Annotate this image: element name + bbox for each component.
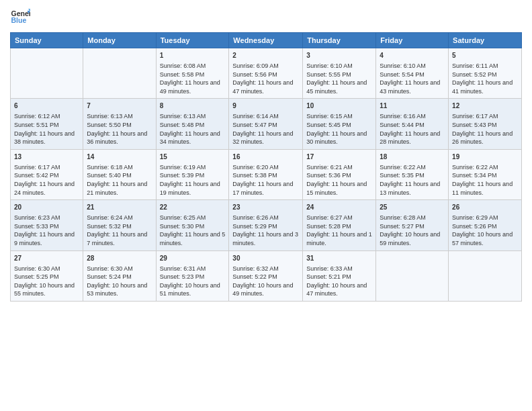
header: General Blue (10, 7, 522, 27)
weekday-header-row: SundayMondayTuesdayWednesdayThursdayFrid… (11, 33, 522, 48)
calendar-cell (376, 250, 449, 301)
day-number: 11 (380, 101, 445, 111)
calendar-cell: 9Sunrise: 6:14 AM Sunset: 5:47 PM Daylig… (229, 99, 303, 149)
day-number: 6 (14, 101, 79, 111)
day-number: 28 (87, 254, 152, 263)
day-info: Sunrise: 6:14 AM Sunset: 5:47 PM Dayligh… (232, 112, 299, 146)
day-number: 31 (306, 254, 372, 263)
day-info: Sunrise: 6:23 AM Sunset: 5:33 PM Dayligh… (14, 214, 79, 247)
day-number: 27 (14, 254, 79, 263)
day-info: Sunrise: 6:32 AM Sunset: 5:22 PM Dayligh… (232, 265, 299, 298)
calendar-cell: 21Sunrise: 6:24 AM Sunset: 5:32 PM Dayli… (83, 200, 156, 250)
calendar-cell: 23Sunrise: 6:26 AM Sunset: 5:29 PM Dayli… (229, 200, 303, 250)
calendar-cell (449, 250, 522, 301)
day-number: 8 (160, 101, 226, 111)
calendar-cell: 28Sunrise: 6:30 AM Sunset: 5:24 PM Dayli… (83, 250, 156, 301)
day-info: Sunrise: 6:20 AM Sunset: 5:38 PM Dayligh… (232, 163, 299, 197)
calendar-week-row: 1Sunrise: 6:08 AM Sunset: 5:58 PM Daylig… (11, 48, 522, 99)
day-info: Sunrise: 6:10 AM Sunset: 5:55 PM Dayligh… (306, 62, 372, 95)
day-info: Sunrise: 6:30 AM Sunset: 5:25 PM Dayligh… (14, 265, 79, 298)
calendar-cell: 13Sunrise: 6:17 AM Sunset: 5:42 PM Dayli… (11, 149, 83, 199)
day-number: 25 (380, 203, 445, 212)
day-number: 30 (232, 254, 299, 263)
day-number: 12 (452, 101, 518, 111)
day-info: Sunrise: 6:12 AM Sunset: 5:51 PM Dayligh… (14, 112, 79, 146)
calendar-cell: 15Sunrise: 6:19 AM Sunset: 5:39 PM Dayli… (156, 149, 229, 199)
day-number: 26 (452, 203, 518, 212)
calendar-cell: 24Sunrise: 6:27 AM Sunset: 5:28 PM Dayli… (303, 200, 376, 250)
day-info: Sunrise: 6:22 AM Sunset: 5:34 PM Dayligh… (452, 163, 518, 197)
svg-text:Blue: Blue (11, 16, 27, 24)
calendar-cell: 20Sunrise: 6:23 AM Sunset: 5:33 PM Dayli… (11, 200, 83, 250)
weekday-header-cell: Saturday (449, 33, 522, 48)
weekday-header-cell: Tuesday (156, 33, 229, 48)
calendar-table: SundayMondayTuesdayWednesdayThursdayFrid… (10, 32, 522, 302)
day-number: 20 (14, 203, 79, 212)
calendar-cell: 27Sunrise: 6:30 AM Sunset: 5:25 PM Dayli… (11, 250, 83, 301)
calendar-cell: 29Sunrise: 6:31 AM Sunset: 5:23 PM Dayli… (156, 250, 229, 301)
calendar-week-row: 13Sunrise: 6:17 AM Sunset: 5:42 PM Dayli… (11, 149, 522, 199)
day-number: 3 (306, 51, 372, 60)
calendar-cell: 4Sunrise: 6:10 AM Sunset: 5:54 PM Daylig… (376, 48, 449, 99)
calendar-cell: 5Sunrise: 6:11 AM Sunset: 5:52 PM Daylig… (449, 48, 522, 99)
calendar-cell: 22Sunrise: 6:25 AM Sunset: 5:30 PM Dayli… (156, 200, 229, 250)
day-number: 15 (160, 152, 226, 162)
calendar-cell (11, 48, 83, 99)
calendar-week-row: 20Sunrise: 6:23 AM Sunset: 5:33 PM Dayli… (11, 200, 522, 250)
day-info: Sunrise: 6:17 AM Sunset: 5:42 PM Dayligh… (14, 163, 79, 197)
calendar-cell: 11Sunrise: 6:16 AM Sunset: 5:44 PM Dayli… (376, 99, 449, 149)
calendar-cell: 7Sunrise: 6:13 AM Sunset: 5:50 PM Daylig… (83, 99, 156, 149)
day-number: 9 (232, 101, 299, 111)
day-info: Sunrise: 6:18 AM Sunset: 5:40 PM Dayligh… (87, 163, 152, 197)
day-number: 22 (160, 203, 226, 212)
day-info: Sunrise: 6:11 AM Sunset: 5:52 PM Dayligh… (452, 62, 518, 95)
calendar-cell: 3Sunrise: 6:10 AM Sunset: 5:55 PM Daylig… (303, 48, 376, 99)
day-info: Sunrise: 6:15 AM Sunset: 5:45 PM Dayligh… (306, 112, 372, 146)
day-number: 10 (306, 101, 372, 111)
day-number: 21 (87, 203, 152, 212)
day-number: 2 (232, 51, 299, 60)
weekday-header-cell: Sunday (11, 33, 83, 48)
day-number: 14 (87, 152, 152, 162)
calendar-cell: 17Sunrise: 6:21 AM Sunset: 5:36 PM Dayli… (303, 149, 376, 199)
day-info: Sunrise: 6:17 AM Sunset: 5:43 PM Dayligh… (452, 112, 518, 146)
calendar-cell: 8Sunrise: 6:13 AM Sunset: 5:48 PM Daylig… (156, 99, 229, 149)
day-info: Sunrise: 6:13 AM Sunset: 5:50 PM Dayligh… (87, 112, 152, 146)
logo-icon: General Blue (10, 7, 30, 27)
weekday-header-cell: Monday (83, 33, 156, 48)
calendar-cell: 2Sunrise: 6:09 AM Sunset: 5:56 PM Daylig… (229, 48, 303, 99)
logo: General Blue (10, 7, 30, 27)
calendar-cell: 18Sunrise: 6:22 AM Sunset: 5:35 PM Dayli… (376, 149, 449, 199)
day-number: 1 (160, 51, 226, 60)
day-info: Sunrise: 6:26 AM Sunset: 5:29 PM Dayligh… (232, 214, 299, 247)
day-info: Sunrise: 6:24 AM Sunset: 5:32 PM Dayligh… (87, 214, 152, 247)
day-number: 23 (232, 203, 299, 212)
calendar-cell: 14Sunrise: 6:18 AM Sunset: 5:40 PM Dayli… (83, 149, 156, 199)
calendar-cell: 10Sunrise: 6:15 AM Sunset: 5:45 PM Dayli… (303, 99, 376, 149)
day-info: Sunrise: 6:31 AM Sunset: 5:23 PM Dayligh… (160, 265, 226, 298)
day-number: 29 (160, 254, 226, 263)
day-info: Sunrise: 6:27 AM Sunset: 5:28 PM Dayligh… (306, 214, 372, 247)
day-info: Sunrise: 6:29 AM Sunset: 5:26 PM Dayligh… (452, 214, 518, 247)
day-number: 24 (306, 203, 372, 212)
day-info: Sunrise: 6:16 AM Sunset: 5:44 PM Dayligh… (380, 112, 445, 146)
day-number: 4 (380, 51, 445, 60)
calendar-cell: 19Sunrise: 6:22 AM Sunset: 5:34 PM Dayli… (449, 149, 522, 199)
calendar-week-row: 27Sunrise: 6:30 AM Sunset: 5:25 PM Dayli… (11, 250, 522, 301)
calendar-week-row: 6Sunrise: 6:12 AM Sunset: 5:51 PM Daylig… (11, 99, 522, 149)
day-info: Sunrise: 6:25 AM Sunset: 5:30 PM Dayligh… (160, 214, 226, 247)
day-info: Sunrise: 6:21 AM Sunset: 5:36 PM Dayligh… (306, 163, 372, 197)
calendar-cell: 6Sunrise: 6:12 AM Sunset: 5:51 PM Daylig… (11, 99, 83, 149)
day-number: 5 (452, 51, 518, 60)
day-info: Sunrise: 6:08 AM Sunset: 5:58 PM Dayligh… (160, 62, 226, 95)
calendar-cell (83, 48, 156, 99)
calendar-cell: 26Sunrise: 6:29 AM Sunset: 5:26 PM Dayli… (449, 200, 522, 250)
day-number: 16 (232, 152, 299, 162)
calendar-cell: 1Sunrise: 6:08 AM Sunset: 5:58 PM Daylig… (156, 48, 229, 99)
calendar-cell: 16Sunrise: 6:20 AM Sunset: 5:38 PM Dayli… (229, 149, 303, 199)
day-info: Sunrise: 6:22 AM Sunset: 5:35 PM Dayligh… (380, 163, 445, 197)
calendar-cell: 31Sunrise: 6:33 AM Sunset: 5:21 PM Dayli… (303, 250, 376, 301)
day-info: Sunrise: 6:30 AM Sunset: 5:24 PM Dayligh… (87, 265, 152, 298)
day-number: 7 (87, 101, 152, 111)
day-number: 17 (306, 152, 372, 162)
